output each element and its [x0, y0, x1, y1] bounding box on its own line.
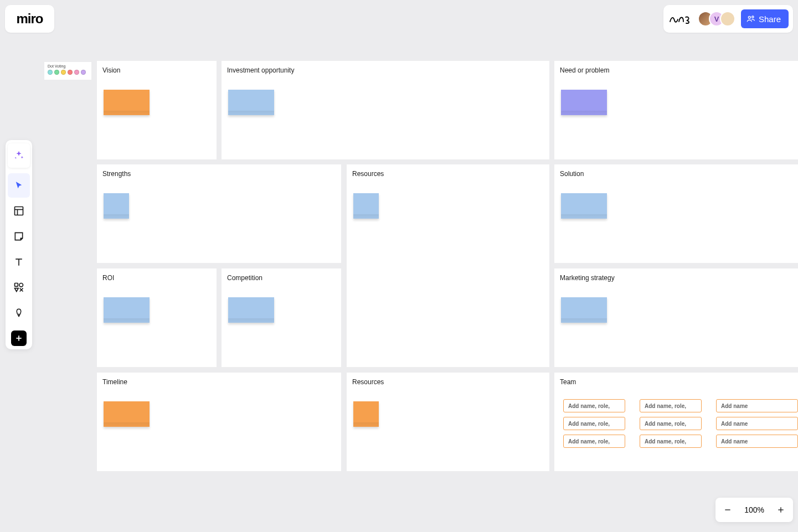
sticky-note-orange[interactable] — [104, 90, 150, 115]
sticky-note-orange[interactable] — [104, 401, 150, 427]
team-member-input[interactable]: Add name, role, — [640, 399, 702, 412]
team-member-input[interactable]: Add name — [716, 435, 798, 448]
svg-point-0 — [748, 16, 750, 18]
zoom-in-button[interactable] — [772, 501, 790, 519]
panel-resources-2-title: Resources — [347, 373, 549, 386]
sticky-note-blue[interactable] — [104, 297, 150, 323]
svg-point-8 — [19, 283, 23, 287]
panel-marketing[interactable]: Marketing strategy — [554, 268, 798, 367]
team-member-input[interactable]: Add name — [716, 417, 798, 430]
panel-resources-1[interactable]: Resources — [347, 164, 549, 367]
ai-tool[interactable] — [8, 143, 30, 168]
panel-resources-2[interactable]: Resources — [347, 373, 549, 471]
templates-tool[interactable] — [8, 199, 30, 223]
svg-rect-2 — [15, 207, 23, 215]
people-icon — [746, 14, 755, 23]
team-member-input[interactable]: Add name, role, — [563, 435, 625, 448]
panel-need[interactable]: Need or problem — [554, 61, 798, 159]
dot-voting-widget[interactable]: Dot Voting — [44, 62, 91, 80]
panel-timeline[interactable]: Timeline — [97, 373, 341, 471]
voting-dot[interactable] — [81, 70, 86, 75]
voting-dot[interactable] — [74, 70, 79, 75]
panel-timeline-title: Timeline — [97, 373, 341, 386]
zoom-out-button[interactable] — [719, 501, 737, 519]
zoom-level[interactable]: 100% — [740, 505, 769, 514]
share-button[interactable]: Share — [741, 9, 789, 28]
panel-competition-title: Competition — [222, 268, 341, 282]
panel-investment-title: Investment opportunity — [222, 61, 549, 74]
sticky-note-blue[interactable] — [228, 90, 274, 115]
panel-competition[interactable]: Competition — [222, 268, 341, 367]
dot-voting-title: Dot Voting — [48, 64, 88, 68]
logo[interactable]: miro — [5, 5, 54, 33]
sticky-note-blue[interactable] — [353, 193, 379, 219]
zoom-control: 100% — [715, 498, 793, 522]
panel-solution-title: Solution — [554, 164, 798, 178]
sticky-note-tool[interactable] — [8, 224, 30, 249]
panel-roi[interactable]: ROI — [97, 268, 217, 367]
voting-dot[interactable] — [48, 70, 53, 75]
team-member-input[interactable]: Add name, role, — [563, 399, 625, 412]
team-member-input[interactable]: Add name, role, — [640, 435, 702, 448]
logo-text: miro — [16, 11, 43, 27]
voting-dot[interactable] — [54, 70, 59, 75]
shapes-tool[interactable] — [8, 275, 30, 299]
panel-vision[interactable]: Vision — [97, 61, 217, 159]
select-tool[interactable] — [8, 173, 30, 198]
add-more-tool[interactable] — [11, 330, 27, 346]
panel-investment[interactable]: Investment opportunity — [222, 61, 549, 159]
avatar[interactable] — [720, 11, 735, 27]
sticky-note-blue[interactable] — [561, 193, 607, 219]
text-tool[interactable] — [8, 250, 30, 274]
team-member-input[interactable]: Add name — [716, 399, 798, 412]
sticky-note-blue[interactable] — [104, 193, 129, 219]
pen-tool[interactable] — [8, 301, 30, 325]
left-toolbar — [6, 140, 32, 349]
voting-dot[interactable] — [61, 70, 66, 75]
sticky-note-orange[interactable] — [353, 401, 379, 427]
panel-strengths[interactable]: Strengths — [97, 164, 341, 263]
panel-solution[interactable]: Solution — [554, 164, 798, 263]
sticky-note-blue[interactable] — [228, 297, 274, 323]
panel-strengths-title: Strengths — [97, 164, 341, 178]
panel-marketing-title: Marketing strategy — [554, 268, 798, 282]
canvas[interactable]: Dot Voting Vision Investment opportunity… — [0, 0, 798, 532]
sticky-note-blue[interactable] — [561, 297, 607, 323]
team-member-input[interactable]: Add name, role, — [563, 417, 625, 430]
share-label: Share — [759, 14, 781, 24]
team-member-input[interactable]: Add name, role, — [640, 417, 702, 430]
sticky-note-purple[interactable] — [561, 90, 607, 115]
collaborator-avatars[interactable]: V — [698, 11, 735, 27]
panel-vision-title: Vision — [97, 61, 217, 74]
svg-point-1 — [752, 16, 754, 18]
topbar: V Share — [663, 5, 793, 33]
panel-team[interactable]: Team Add name, role, Add name, role, Add… — [554, 373, 798, 471]
reactions-icon[interactable] — [668, 12, 692, 26]
panel-roi-title: ROI — [97, 268, 217, 282]
panel-resources-1-title: Resources — [347, 164, 549, 178]
svg-rect-7 — [15, 283, 18, 287]
panel-need-title: Need or problem — [554, 61, 798, 74]
voting-dot[interactable] — [68, 70, 73, 75]
panel-team-title: Team — [554, 373, 798, 386]
